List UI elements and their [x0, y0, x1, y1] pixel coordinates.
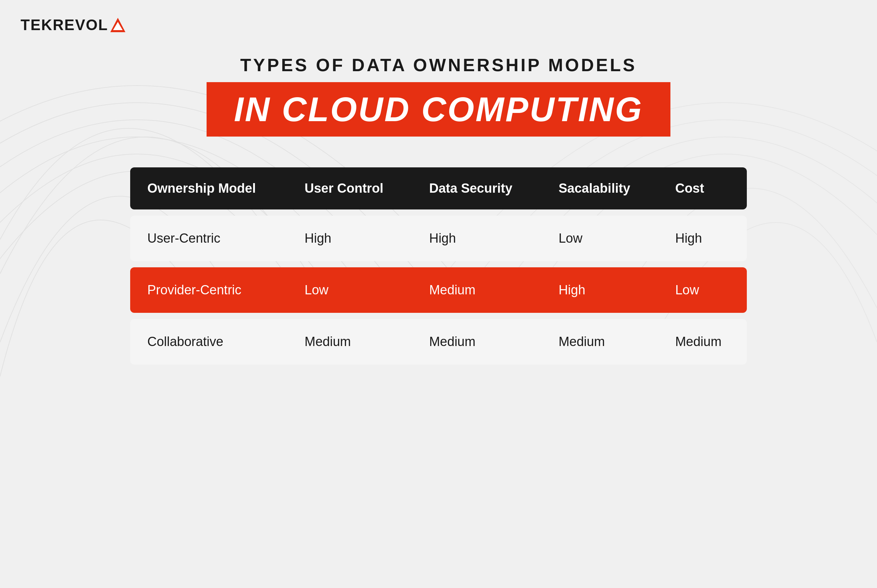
- title-main: IN CLOUD COMPUTING: [234, 90, 643, 129]
- cell-model-provider-centric: Provider-Centric: [130, 267, 287, 313]
- cell-col-cost: Medium: [658, 319, 747, 364]
- col-header-user-control: User Control: [287, 167, 412, 210]
- title-main-wrapper: IN CLOUD COMPUTING: [206, 82, 671, 136]
- title-subtitle: TYPES OF DATA OWNERSHIP MODELS: [206, 55, 671, 75]
- cell-uc-cost: High: [658, 216, 747, 261]
- cell-pc-data-security: Medium: [412, 267, 542, 313]
- logo-triangle-icon: [110, 17, 126, 33]
- main-content: TYPES OF DATA OWNERSHIP MODELS IN CLOUD …: [0, 0, 877, 588]
- col-header-cost: Cost: [658, 167, 747, 210]
- logo-text: TE K REVOL: [21, 16, 126, 33]
- logo: TE K REVOL: [21, 16, 126, 33]
- data-table-container: Ownership Model User Control Data Securi…: [130, 167, 747, 364]
- table-row-collaborative: Collaborative Medium Medium Medium Mediu…: [130, 319, 747, 364]
- cell-pc-scalability: High: [541, 267, 658, 313]
- title-section: TYPES OF DATA OWNERSHIP MODELS IN CLOUD …: [206, 55, 671, 136]
- ownership-model-table: Ownership Model User Control Data Securi…: [130, 167, 747, 364]
- col-header-data-security: Data Security: [412, 167, 542, 210]
- cell-pc-cost: Low: [658, 267, 747, 313]
- col-header-ownership-model: Ownership Model: [130, 167, 287, 210]
- table-header-row: Ownership Model User Control Data Securi…: [130, 167, 747, 210]
- cell-col-scalability: Medium: [541, 319, 658, 364]
- cell-model-user-centric: User-Centric: [130, 216, 287, 261]
- cell-col-user-control: Medium: [287, 319, 412, 364]
- table-row-user-centric: User-Centric High High Low High: [130, 216, 747, 261]
- cell-uc-data-security: High: [412, 216, 542, 261]
- col-header-scalability: Sacalability: [541, 167, 658, 210]
- cell-uc-user-control: High: [287, 216, 412, 261]
- cell-pc-user-control: Low: [287, 267, 412, 313]
- cell-model-collaborative: Collaborative: [130, 319, 287, 364]
- cell-col-data-security: Medium: [412, 319, 542, 364]
- table-row-provider-centric: Provider-Centric Low Medium High Low: [130, 267, 747, 313]
- cell-uc-scalability: Low: [541, 216, 658, 261]
